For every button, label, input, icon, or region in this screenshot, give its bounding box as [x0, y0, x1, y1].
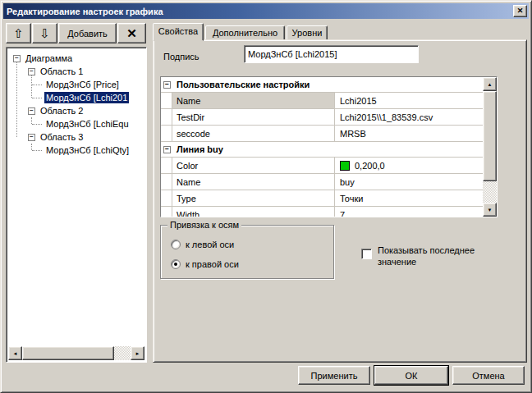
- tree-item-label[interactable]: Область 2: [39, 105, 85, 117]
- scroll-down-icon: ▼: [488, 208, 493, 212]
- tree-item-area1[interactable]: − Область 1: [8, 65, 144, 78]
- apply-button[interactable]: Применить: [298, 366, 370, 385]
- scroll-down-button[interactable]: ▼: [483, 203, 497, 217]
- cancel-button[interactable]: Отмена: [452, 366, 525, 385]
- close-icon: ✕: [517, 7, 524, 15]
- property-value[interactable]: 7: [335, 210, 483, 218]
- checkbox-icon[interactable]: [361, 249, 372, 259]
- chart-tree: − Диаграмма − Область 1 МордЗнСб [Price]…: [8, 49, 144, 346]
- tree-connector: [16, 62, 17, 137]
- collapse-icon[interactable]: −: [163, 81, 171, 89]
- property-value[interactable]: MRSB: [335, 129, 483, 139]
- titlebar[interactable]: Редактирование настроек графика ✕: [3, 3, 529, 19]
- collapse-icon[interactable]: −: [28, 107, 35, 115]
- collapse-icon[interactable]: −: [28, 68, 35, 75]
- scroll-up-button[interactable]: ▲: [483, 77, 497, 91]
- tree-connector: [32, 124, 42, 125]
- delete-icon: ✕: [126, 26, 137, 41]
- property-name[interactable]: Name: [172, 93, 335, 108]
- scrollbar-thumb[interactable]: [22, 346, 114, 360]
- radio-right-axis[interactable]: к правой оси: [171, 259, 239, 269]
- ok-button-label: ОК: [406, 371, 418, 381]
- move-down-button[interactable]: ⇩: [32, 23, 57, 43]
- row-gutter: [161, 93, 172, 108]
- group-header-line-buy[interactable]: − Линия buy: [161, 142, 483, 158]
- color-swatch[interactable]: [340, 161, 350, 171]
- tree-item-lchiequ[interactable]: МордЗнСб [LchiEqu: [8, 117, 144, 130]
- property-name[interactable]: Name: [172, 174, 335, 190]
- scrollbar-thumb[interactable]: [483, 91, 497, 181]
- add-button[interactable]: Добавить: [58, 23, 117, 43]
- property-row[interactable]: Width 7: [161, 207, 483, 217]
- move-up-button[interactable]: ⇧: [6, 23, 31, 43]
- collapse-icon[interactable]: −: [13, 55, 21, 62]
- tree-item-lchi2015[interactable]: МордЗнСб [Lchi201: [8, 91, 144, 104]
- row-gutter: [161, 174, 172, 190]
- radio-label[interactable]: к левой оси: [186, 240, 234, 249]
- tab-label: Дополнительно: [213, 28, 277, 38]
- chart-tree-panel: − Диаграмма − Область 1 МордЗнСб [Price]…: [6, 47, 147, 363]
- property-name[interactable]: Width: [172, 207, 335, 217]
- tree-item-label[interactable]: МордЗнСб [Price]: [44, 79, 121, 90]
- grid-vertical-scrollbar[interactable]: ▲ ▼: [483, 77, 497, 217]
- axes-binding-groupbox: Привязка к осям к левой оси к правой оси: [160, 225, 334, 279]
- property-name[interactable]: Color: [172, 158, 335, 173]
- tab-levels[interactable]: Уровни: [287, 25, 328, 40]
- caption-input[interactable]: [244, 45, 419, 63]
- tree-item-price[interactable]: МордЗнСб [Price]: [8, 78, 144, 91]
- tree-item-lchiqty[interactable]: МордЗнСб [LchiQty]: [8, 144, 144, 157]
- tab-label: Уровни: [292, 28, 323, 38]
- property-value[interactable]: Lchi2015\\1_83539.csv: [335, 112, 483, 122]
- property-value[interactable]: Точки: [335, 194, 483, 203]
- tree-item-area2[interactable]: − Область 2: [8, 104, 144, 117]
- group-header-user-settings[interactable]: − Пользовательские настройки: [161, 77, 483, 93]
- radio-icon[interactable]: [171, 240, 181, 249]
- tree-connector: [32, 150, 42, 151]
- tree-horizontal-scrollbar[interactable]: ◄ ►: [8, 346, 144, 360]
- caption-label: Подпись: [163, 52, 200, 62]
- tree-item-label[interactable]: Область 1: [39, 66, 85, 77]
- property-row[interactable]: Name buy: [161, 174, 483, 190]
- color-value: 0,200,0: [355, 161, 385, 171]
- property-value[interactable]: 0,200,0: [335, 161, 483, 171]
- property-value[interactable]: buy: [335, 177, 483, 187]
- tree-connector: [31, 117, 32, 124]
- property-name[interactable]: Type: [172, 190, 335, 206]
- ok-button[interactable]: ОК: [374, 366, 448, 385]
- property-row-color[interactable]: Color 0,200,0: [161, 158, 483, 174]
- tree-item-label[interactable]: МордЗнСб [LchiEqu: [44, 118, 131, 130]
- close-button[interactable]: ✕: [513, 5, 527, 17]
- show-last-value-checkbox-row[interactable]: Показывать последнее значение: [361, 244, 501, 267]
- property-row[interactable]: seccode MRSB: [161, 126, 483, 142]
- dialog-window: Редактирование настроек графика ✕ ⇧ ⇩ До…: [0, 0, 532, 393]
- property-row[interactable]: Name Lchi2015: [161, 93, 483, 109]
- property-value[interactable]: Lchi2015: [335, 96, 483, 106]
- property-row[interactable]: Type Точки: [161, 190, 483, 207]
- scroll-left-button[interactable]: ◄: [8, 346, 22, 360]
- tree-item-area3[interactable]: − Область 3: [8, 130, 144, 144]
- tab-label: Свойства: [158, 26, 198, 36]
- tree-item-label[interactable]: Область 3: [39, 131, 85, 143]
- tree-item-diagram[interactable]: − Диаграмма: [8, 52, 144, 65]
- radio-label[interactable]: к правой оси: [186, 259, 239, 269]
- tab-properties[interactable]: Свойства: [153, 23, 204, 41]
- row-gutter: [161, 190, 172, 206]
- collapse-icon[interactable]: −: [163, 146, 171, 153]
- cancel-button-label: Отмена: [472, 371, 504, 381]
- tree-item-label[interactable]: Диаграмма: [24, 53, 74, 64]
- property-name[interactable]: TestDir: [172, 109, 335, 125]
- tree-connector: [31, 144, 32, 150]
- property-name[interactable]: seccode: [172, 126, 335, 141]
- tree-item-label[interactable]: МордЗнСб [LchiQty]: [44, 144, 131, 156]
- tree-connector: [31, 75, 32, 98]
- collapse-icon[interactable]: −: [28, 134, 35, 141]
- radio-left-axis[interactable]: к левой оси: [171, 240, 234, 249]
- tree-item-label-selected[interactable]: МордЗнСб [Lchi201: [44, 92, 129, 103]
- checkbox-label[interactable]: Показывать последнее значение: [378, 244, 493, 267]
- scroll-right-button[interactable]: ►: [131, 346, 144, 360]
- scroll-left-icon: ◄: [13, 351, 18, 356]
- tab-additional[interactable]: Дополнительно: [205, 25, 285, 40]
- property-row[interactable]: TestDir Lchi2015\\1_83539.csv: [161, 109, 483, 126]
- radio-icon-checked[interactable]: [171, 259, 181, 269]
- delete-button[interactable]: ✕: [117, 23, 146, 43]
